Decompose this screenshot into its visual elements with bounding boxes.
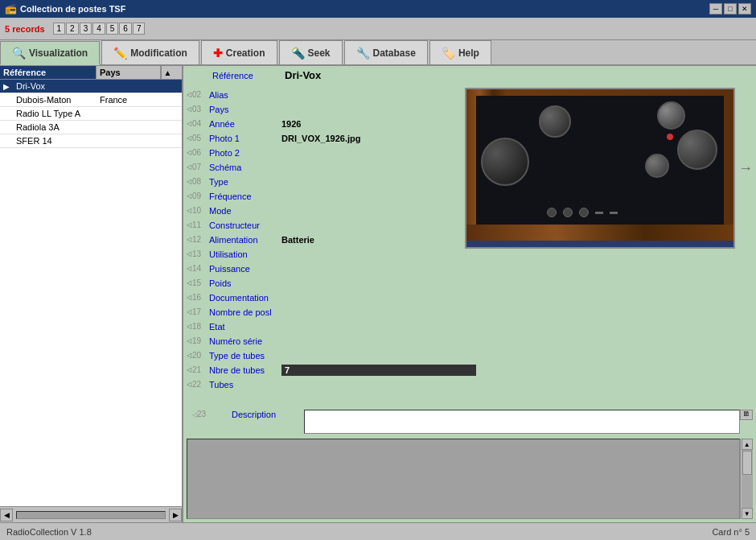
page-tab-5[interactable]: 5 (106, 23, 119, 35)
list-scroll-up-btn[interactable]: ▲ (161, 66, 174, 79)
field-label-schema: Schéma (209, 163, 281, 172)
field-row-numero-serie: ◁19 Numéro série (187, 334, 476, 348)
list-cell-reference: SFER 14 (13, 134, 97, 147)
field-row-frequence: ◁09 Fréquence (187, 189, 476, 203)
field-label-mode: Mode (209, 206, 281, 216)
description-section: ◁23 Description 🖹 (183, 408, 756, 437)
field-label-photo2: Photo 2 (209, 148, 281, 158)
page-tab-2[interactable]: 2 (66, 23, 79, 35)
field-row-mode: ◁10 Mode (187, 204, 476, 217)
page-tab-3[interactable]: 3 (80, 23, 92, 35)
tab-modification-label: Modification (130, 47, 187, 59)
field-row-type: ◁08 Type (187, 175, 476, 188)
visualization-icon: 🔍 (12, 47, 26, 60)
page-tab-4[interactable]: 4 (92, 23, 105, 35)
col-header-reference: Référence (0, 66, 97, 79)
field-label-tubes: Tubes (209, 380, 281, 390)
scroll-left-btn[interactable]: ◀ (0, 509, 13, 521)
field-row-etat: ◁18 Etat (187, 319, 476, 333)
window-title: Collection de postes TSF (20, 4, 125, 14)
field-value-alimentation: Batterie (281, 235, 476, 245)
scroll-up-btn[interactable]: ▲ (742, 439, 753, 450)
tab-visualization-label: Visualization (29, 47, 88, 59)
field-label-numero-serie: Numéro série (209, 336, 281, 346)
description-label: Description (232, 410, 304, 419)
field-row-alimentation: ◁12 Alimentation Batterie (187, 233, 476, 246)
tab-visualization[interactable]: 🔍 Visualization (0, 41, 100, 65)
row-indicator (0, 107, 13, 120)
field-value-nbre-tubes[interactable]: 7 (281, 365, 476, 376)
list-item[interactable]: Radio LL Type A (0, 107, 182, 121)
menu-bar: 5 records 1 2 3 4 5 6 7 (0, 18, 756, 40)
modification-icon: ✏️ (113, 47, 127, 60)
field-num-17: ◁17 (187, 307, 209, 316)
field-row-nbre-tubes: ◁21 Nbre de tubes 7 (187, 363, 476, 377)
tab-creation-label: Creation (226, 47, 265, 59)
description-row: ◁23 Description 🖹 (187, 410, 753, 434)
field-num-02: ◁02 (187, 90, 209, 99)
field-num-22: ◁22 (187, 380, 209, 389)
list-cell-reference: Radiola 3A (13, 121, 97, 134)
textarea-scrollbar: ▲ ▼ (740, 439, 753, 519)
list-cell-pays (97, 134, 167, 147)
list-item[interactable]: ▶ Dri-Vox (0, 80, 182, 93)
maximize-button[interactable]: □ (724, 3, 737, 14)
field-num-14: ◁14 (187, 264, 209, 273)
field-row-photo2: ◁06 Photo 2 (187, 146, 476, 159)
field-row-alias: ◁02 Alias (187, 88, 476, 101)
left-panel: Référence Pays ▲ ▶ Dri-Vox Dubois-Maton … (0, 66, 183, 522)
main-textarea[interactable] (187, 439, 740, 519)
photo-area: → (479, 88, 753, 405)
tab-creation[interactable]: ✚ Creation (201, 40, 277, 64)
list-cell-pays: France (97, 93, 167, 106)
field-num-11: ◁11 (187, 221, 209, 229)
app-icon: 📻 (5, 3, 17, 14)
field-value-photo1: DRI_VOX_1926.jpg (281, 134, 476, 143)
seek-icon: 🔦 (291, 47, 305, 60)
field-row-schema: ◁07 Schéma (187, 160, 476, 174)
list-item[interactable]: SFER 14 (0, 134, 182, 148)
field-num-08: ◁08 (187, 177, 209, 186)
creation-icon: ✚ (213, 47, 223, 60)
scroll-down-btn[interactable]: ▼ (742, 508, 753, 519)
description-input[interactable] (304, 410, 740, 434)
close-button[interactable]: ✕ (738, 3, 751, 14)
list-item[interactable]: Dubois-Maton France (0, 93, 182, 107)
field-label-alias: Alias (209, 90, 281, 100)
photo-arrow[interactable]: → (738, 160, 753, 177)
field-row-pays: ◁03 Pays (187, 102, 476, 116)
minimize-button[interactable]: ─ (709, 3, 722, 14)
field-row-type-tubes: ◁20 Type de tubes (187, 348, 476, 362)
title-bar: 📻 Collection de postes TSF ─ □ ✕ (0, 0, 756, 18)
description-scroll-btn[interactable]: 🖹 (740, 410, 753, 420)
scroll-track[interactable] (742, 450, 753, 508)
page-tab-1[interactable]: 1 (53, 23, 66, 35)
scroll-track[interactable] (16, 511, 166, 519)
field-label-alimentation: Alimentation (209, 235, 281, 245)
tab-seek[interactable]: 🔦 Seek (279, 40, 343, 64)
scroll-thumb[interactable] (742, 451, 752, 475)
records-count: 5 records (5, 24, 45, 34)
scroll-right-btn[interactable]: ▶ (169, 509, 182, 521)
list-scrollbar: ◀ ▶ (0, 506, 182, 522)
field-num-03: ◁03 (187, 105, 209, 113)
text-area-section: ▲ ▼ (183, 437, 756, 522)
toolbar: 🔍 Visualization ✏️ Modification ✚ Creati… (0, 40, 756, 66)
tab-help[interactable]: 🏷️ Help (429, 40, 491, 64)
row-indicator: ▶ (0, 80, 13, 93)
field-row-tubes: ◁22 Tubes (187, 377, 476, 391)
field-num-13: ◁13 (187, 249, 209, 258)
page-tab-6[interactable]: 6 (119, 23, 132, 35)
field-label-pays: Pays (209, 105, 281, 114)
field-row-puissance: ◁14 Puissance (187, 262, 476, 275)
field-num-09: ◁09 (187, 192, 209, 200)
database-icon: 🔧 (356, 47, 370, 60)
page-tab-7[interactable]: 7 (133, 23, 146, 35)
tab-modification[interactable]: ✏️ Modification (101, 40, 199, 64)
tab-database[interactable]: 🔧 Database (344, 40, 428, 64)
field-num-21: ◁21 (187, 365, 209, 374)
field-num-16: ◁16 (187, 293, 209, 302)
list-item[interactable]: Radiola 3A (0, 121, 182, 134)
field-num-12: ◁12 (187, 235, 209, 244)
list-cell-pays (97, 121, 167, 134)
